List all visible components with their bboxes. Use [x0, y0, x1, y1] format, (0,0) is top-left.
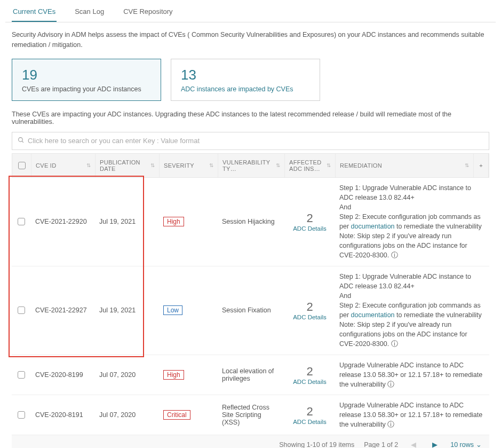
summary-cards: 19 CVEs are impacting your ADC instances…	[5, 59, 496, 111]
tab-cve-repository[interactable]: CVE Repository	[122, 4, 173, 22]
affected-adc: 2 ADC Details	[284, 206, 335, 237]
publication-date: Jul 07, 2020	[95, 366, 159, 384]
pager-page: Page 1 of 2	[364, 441, 398, 448]
page-description: Security Advisory in ADM helps assess th…	[5, 22, 496, 59]
adc-details-link[interactable]: ADC Details	[293, 225, 327, 232]
pager-rows-select[interactable]: 10 rows⌄	[450, 441, 482, 448]
svg-line-1	[22, 141, 23, 143]
tab-scan-log[interactable]: Scan Log	[74, 4, 105, 22]
header-pub-date[interactable]: PUBLICATION DATE⇅	[96, 154, 160, 177]
documentation-link[interactable]: documentation	[351, 311, 395, 319]
table-header: CVE ID⇅ PUBLICATION DATE⇅ SEVERITY⇅ VULN…	[12, 153, 489, 178]
card-cves-count: 19	[22, 67, 151, 83]
tab-current-cves[interactable]: Current CVEs	[12, 4, 57, 22]
pager-showing: Showing 1-10 of 19 items	[279, 441, 354, 448]
header-add-column[interactable]: +	[474, 154, 489, 177]
chevron-down-icon: ⌄	[476, 441, 482, 448]
severity: High	[159, 365, 218, 385]
publication-date: Jul 07, 2020	[95, 406, 159, 424]
card-instances-count: 13	[181, 67, 310, 83]
publication-date: Jul 19, 2021	[95, 213, 159, 231]
adc-details-link[interactable]: ADC Details	[293, 379, 327, 385]
table-row: CVE-2020-8199 Jul 07, 2020 High Local el…	[12, 355, 489, 395]
affected-count: 2	[306, 365, 313, 379]
cve-id: CVE-2020-8199	[31, 366, 95, 384]
table-body: CVE-2021-22920 Jul 19, 2021 High Session…	[12, 178, 489, 436]
header-remediation[interactable]: REMEDIATION⇅	[336, 154, 474, 177]
affected-adc: 2 ADC Details	[284, 359, 335, 390]
pager-next[interactable]: ▶	[429, 441, 441, 448]
affected-count: 2	[306, 211, 313, 225]
table-row: CVE-2021-22920 Jul 19, 2021 High Session…	[12, 178, 489, 266]
table-pager: Showing 1-10 of 19 items Page 1 of 2 ◀ ▶…	[12, 435, 489, 448]
cve-table: CVE ID⇅ PUBLICATION DATE⇅ SEVERITY⇅ VULN…	[5, 153, 496, 436]
vulnerability-type: Session Hijacking	[218, 213, 284, 231]
search-placeholder: Click here to search or you can enter Ke…	[28, 137, 200, 145]
row-checkbox[interactable]	[12, 366, 31, 384]
pager-prev[interactable]: ◀	[408, 441, 419, 448]
header-checkbox[interactable]	[12, 154, 31, 177]
vulnerability-type: Reflected Cross Site Scripting (XSS)	[218, 398, 284, 431]
header-cve-id[interactable]: CVE ID⇅	[31, 154, 96, 177]
cve-id: CVE-2020-8191	[31, 406, 95, 424]
vulnerability-type: Local elevation of privileges	[218, 362, 284, 388]
affected-count: 2	[306, 405, 313, 419]
severity: Critical	[159, 405, 218, 425]
affected-adc: 2 ADC Details	[284, 295, 335, 326]
card-instances-caption: ADC instances are impacted by CVEs	[181, 85, 310, 93]
table-description: These CVEs are impacting your ADC instan…	[5, 111, 496, 132]
severity: High	[159, 211, 218, 232]
remediation: Step 1: Upgrade Vulnerable ADC instance …	[335, 178, 489, 266]
documentation-link[interactable]: documentation	[351, 223, 395, 230]
card-instances-impacted[interactable]: 13 ADC instances are impacted by CVEs	[171, 59, 320, 101]
publication-date: Jul 19, 2021	[95, 301, 159, 319]
tabs-bar: Current CVEs Scan Log CVE Repository	[5, 0, 496, 22]
header-affected[interactable]: AFFECTED ADC INS…⇅	[285, 154, 336, 177]
svg-point-0	[19, 137, 23, 142]
remediation: Upgrade Vulnerable ADC instance to ADC r…	[335, 395, 489, 435]
remediation: Step 1: Upgrade Vulnerable ADC instance …	[335, 266, 489, 355]
card-cves-caption: CVEs are impacting your ADC instances	[22, 85, 151, 93]
adc-details-link[interactable]: ADC Details	[293, 419, 327, 425]
search-icon	[18, 137, 25, 145]
table-row: CVE-2021-22927 Jul 19, 2021 Low Session …	[12, 266, 489, 355]
adc-details-link[interactable]: ADC Details	[293, 314, 327, 320]
header-severity[interactable]: SEVERITY⇅	[160, 154, 218, 177]
severity: Low	[159, 300, 218, 320]
search-input[interactable]: Click here to search or you can enter Ke…	[12, 132, 489, 150]
header-vuln-type[interactable]: VULNERABILITY TY…⇅	[218, 154, 285, 177]
remediation: Upgrade Vulnerable ADC instance to ADC r…	[335, 355, 489, 395]
affected-adc: 2 ADC Details	[284, 399, 335, 430]
card-cves-impacting[interactable]: 19 CVEs are impacting your ADC instances	[12, 59, 161, 101]
affected-count: 2	[306, 300, 313, 314]
cve-id: CVE-2021-22920	[31, 213, 95, 231]
cve-id: CVE-2021-22927	[31, 301, 95, 319]
row-checkbox[interactable]	[12, 213, 31, 231]
vulnerability-type: Session Fixation	[218, 301, 284, 319]
row-checkbox[interactable]	[12, 406, 31, 424]
row-checkbox[interactable]	[12, 301, 31, 319]
table-row: CVE-2020-8191 Jul 07, 2020 Critical Refl…	[12, 395, 489, 435]
